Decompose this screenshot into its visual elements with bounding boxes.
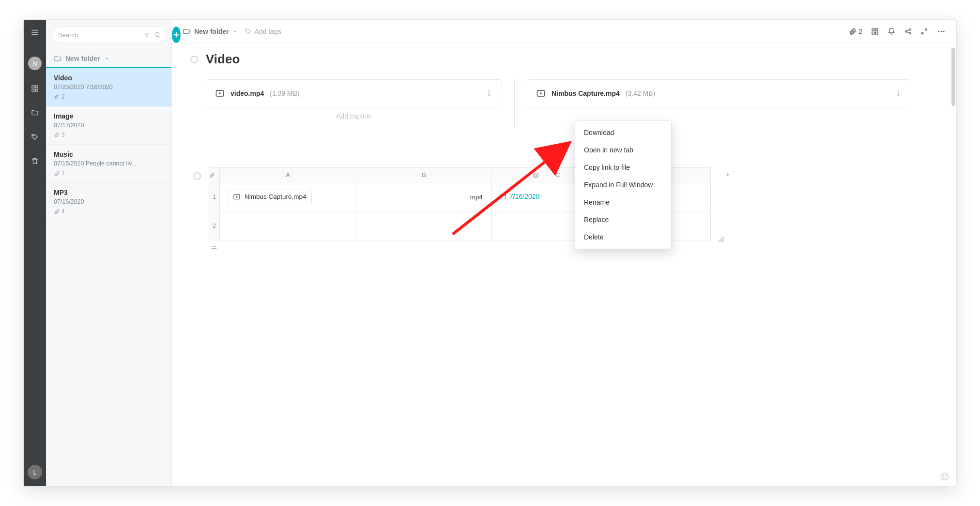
svg-point-19 [489, 93, 490, 94]
paperclip-icon [209, 172, 215, 178]
note-item-video[interactable]: Video 07/20/2020 7/16/2020 2 [46, 68, 171, 106]
emoji-button[interactable] [940, 472, 949, 481]
dots-vertical-icon [894, 89, 902, 97]
note-attach-count: 4 [54, 208, 164, 215]
topbar: New folder Add tags 2 [172, 20, 956, 43]
trash-icon[interactable] [29, 155, 41, 167]
caption-placeholder[interactable]: Add caption [336, 112, 372, 120]
svg-point-14 [938, 30, 939, 32]
add-column-handle[interactable] [726, 171, 731, 178]
menu-copy-link[interactable]: Copy link to file [575, 159, 671, 176]
search-input[interactable] [58, 31, 139, 39]
chevron-down-icon [233, 29, 238, 34]
note-title: Music [54, 150, 164, 158]
menu-rename[interactable]: Rename [575, 193, 671, 211]
cell-b1[interactable]: mp4 [356, 182, 492, 211]
search-input-wrap[interactable] [52, 27, 167, 43]
corner-cell [209, 168, 220, 182]
folder-icon [183, 28, 190, 35]
svg-point-18 [489, 90, 490, 91]
table-resize-handle[interactable] [718, 237, 724, 242]
attachment-size: (3.42 MB) [626, 89, 655, 97]
search-icon[interactable] [154, 31, 161, 38]
attachment-more-button[interactable] [894, 89, 902, 97]
folder-header[interactable]: New folder [46, 50, 171, 68]
share-button[interactable] [904, 28, 912, 35]
title-radio[interactable] [190, 56, 198, 63]
add-tags[interactable]: Add tags [245, 28, 281, 35]
chevron-down-icon [104, 56, 110, 61]
menu-expand-full[interactable]: Expand in Full Window [575, 176, 671, 193]
svg-point-15 [941, 30, 942, 32]
note-item-music[interactable]: Music 07/16/2020 People cannot liv... 1 [46, 145, 171, 183]
note-title: MP3 [54, 189, 164, 196]
note-subtitle: 07/20/2020 7/16/2020 [54, 84, 164, 90]
topbar-actions: 2 [849, 27, 946, 36]
breadcrumb[interactable]: New folder [183, 28, 238, 35]
svg-rect-8 [875, 29, 878, 31]
cell-a1[interactable]: Nimbus Capture.mp4 [220, 182, 356, 211]
menu-open-new-tab[interactable]: Open in new tab [575, 141, 671, 159]
notifications-button[interactable] [888, 28, 895, 35]
nav-rail: N L [24, 20, 46, 486]
menu-replace[interactable]: Replace [575, 211, 671, 228]
page-title[interactable]: Video [206, 52, 240, 67]
sidebar: New folder Video 07/20/2020 7/16/2020 2 … [46, 20, 172, 486]
menu-delete[interactable]: Delete [575, 228, 671, 246]
attachment-name: video.mp4 [230, 89, 264, 97]
cell-b2[interactable] [356, 211, 492, 240]
svg-rect-2 [32, 89, 34, 91]
expand-button[interactable] [920, 28, 928, 35]
note-title: Image [54, 112, 164, 120]
video-icon [215, 89, 225, 98]
folder-icon [54, 55, 61, 62]
workspace-avatar[interactable]: N [28, 57, 42, 70]
grid-icon[interactable] [29, 83, 41, 94]
cell-a2[interactable] [220, 211, 356, 240]
paperclip-icon [54, 208, 60, 214]
note-attach-count: 2 [54, 93, 164, 100]
add-tags-label: Add tags [255, 28, 281, 35]
menu-icon[interactable] [29, 27, 41, 38]
attachment-size: (1.09 MB) [270, 89, 299, 97]
separator [514, 79, 515, 128]
svg-point-22 [898, 90, 899, 91]
more-button[interactable] [937, 27, 946, 36]
svg-point-24 [898, 95, 899, 96]
add-row-handle[interactable] [209, 242, 219, 251]
dots-horizontal-icon [937, 27, 946, 36]
attachment-context-menu: Download Open in new tab Copy link to fi… [575, 120, 672, 249]
attachment-more-button[interactable] [485, 89, 493, 97]
svg-point-23 [898, 93, 899, 94]
svg-rect-1 [35, 86, 38, 88]
col-header-b[interactable]: B [356, 168, 492, 182]
filter-icon[interactable] [143, 31, 150, 38]
note-item-mp3[interactable]: MP3 07/16/2020 4 [46, 183, 171, 221]
svg-point-16 [943, 30, 945, 32]
bell-icon [888, 28, 895, 35]
note-subtitle: 07/16/2020 People cannot liv... [54, 160, 164, 167]
video-icon [536, 89, 546, 98]
attachment-card-2[interactable]: Nimbus Capture.mp4 (3.42 MB) [527, 79, 911, 107]
folder-icon[interactable] [29, 107, 41, 119]
note-attach-count: 1 [54, 170, 164, 177]
grid-view-button[interactable] [871, 28, 879, 35]
svg-point-28 [941, 473, 949, 480]
tag-icon[interactable] [29, 131, 41, 143]
user-avatar-letter: L [33, 469, 36, 476]
svg-point-29 [943, 476, 944, 476]
attachments-button[interactable]: 2 [849, 28, 862, 35]
col-header-a[interactable]: A [220, 168, 356, 182]
paperclip-icon [54, 132, 60, 138]
paperclip-icon [54, 94, 60, 100]
tag-icon [245, 28, 252, 35]
user-avatar[interactable]: L [28, 465, 42, 479]
note-list: Video 07/20/2020 7/16/2020 2 Image 07/17… [46, 68, 171, 221]
menu-download[interactable]: Download [575, 124, 671, 141]
video-icon [233, 193, 241, 201]
attachment-card-1[interactable]: video.mp4 (1.09 MB) [206, 79, 502, 107]
note-item-image[interactable]: Image 07/17/2020 3 [46, 106, 171, 145]
svg-rect-10 [875, 32, 878, 34]
svg-point-5 [155, 32, 159, 36]
table-radio[interactable] [193, 172, 201, 180]
